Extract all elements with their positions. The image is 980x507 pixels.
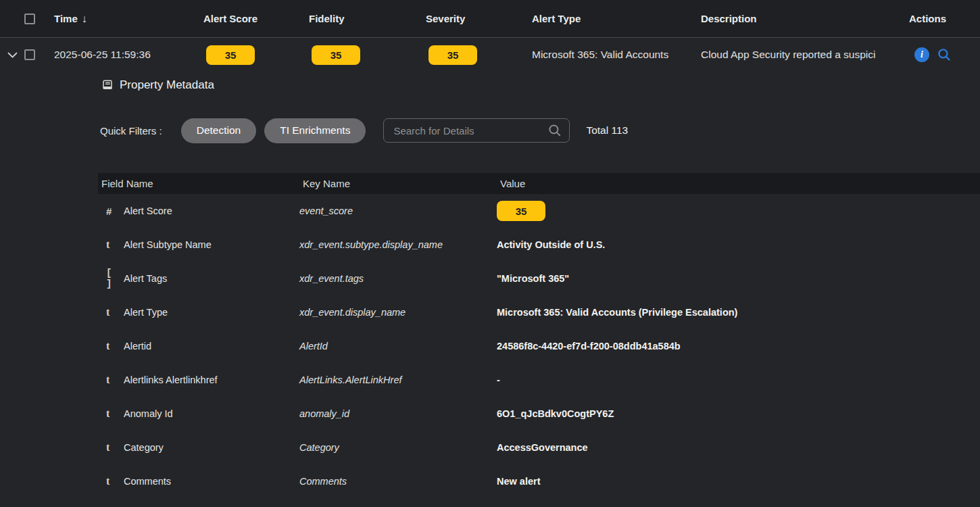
key-name: Category <box>299 442 497 453</box>
field-name: Alert Subtype Name <box>124 239 212 250</box>
field-value: AccessGovernance <box>497 442 980 453</box>
select-all-checkbox[interactable] <box>24 14 35 24</box>
header-value: Value <box>497 178 980 189</box>
row-actions: i <box>909 47 980 62</box>
table-row: [ ]Alert Tags xdr_event.tags "Microsoft … <box>98 262 980 295</box>
key-name: AlertLinks.AlertLinkHref <box>299 375 497 385</box>
detail-search <box>383 118 570 143</box>
field-name: Comments <box>124 476 171 487</box>
number-type-icon: # <box>106 206 124 217</box>
field-value: New alert <box>497 476 980 487</box>
header-key-name: Key Name <box>299 178 497 189</box>
quick-filters-label: Quick Filters : <box>100 125 162 137</box>
field-name: Alert Score <box>124 206 172 216</box>
text-type-icon: t <box>106 408 124 420</box>
text-type-icon: t <box>106 306 124 318</box>
field-value: Microsoft 365: Valid Accounts (Privilege… <box>497 307 980 318</box>
table-row: #Alert Score event_score 35 <box>98 194 980 228</box>
total-count: Total 113 <box>586 124 628 137</box>
row-checkbox[interactable] <box>24 49 35 60</box>
key-name: xdr_event.display_name <box>299 307 497 318</box>
field-name: Alertid <box>124 341 151 352</box>
key-name: AlertId <box>299 341 497 352</box>
sort-desc-icon[interactable]: ↓ <box>82 13 87 25</box>
field-name: Alertlinks Alertlinkhref <box>124 375 218 385</box>
value-badge: 35 <box>497 201 545 221</box>
column-header-actions: Actions <box>909 13 980 24</box>
alert-detail-panel: Property Metadata Quick Filters : Detect… <box>0 78 980 498</box>
column-header-alert-type[interactable]: Alert Type <box>532 13 701 24</box>
quick-filters-bar: Quick Filters : Detection TI Enrichments… <box>100 118 980 143</box>
table-row: tAlert Subtype Name xdr_event.subtype.di… <box>98 228 980 262</box>
field-value: Activity Outside of U.S. <box>497 239 980 250</box>
field-name: Alert Type <box>124 307 168 318</box>
column-header-fidelity[interactable]: Fidelity <box>309 13 426 24</box>
book-icon <box>101 79 114 91</box>
table-row: tComments Comments New alert <box>98 464 980 498</box>
array-type-icon: [ ] <box>106 268 124 289</box>
text-type-icon: t <box>106 475 124 487</box>
field-value: 24586f8c-4420-ef7d-f200-08ddb41a584b <box>497 341 980 352</box>
field-name: Category <box>124 442 164 453</box>
field-name: Anomaly Id <box>124 408 173 419</box>
fidelity-badge: 35 <box>312 45 360 65</box>
metadata-table: Field Name Key Name Value #Alert Score e… <box>98 173 980 498</box>
text-type-icon: t <box>106 239 124 251</box>
table-row: tAlertid AlertId 24586f8c-4420-ef7d-f200… <box>98 329 980 363</box>
table-row: tAlertlinks Alertlinkhref AlertLinks.Ale… <box>98 363 980 397</box>
text-type-icon: t <box>106 374 124 386</box>
alert-score-cell: 35 <box>203 45 309 65</box>
alert-time: 2025-06-25 11:59:36 <box>54 49 203 61</box>
metadata-table-header: Field Name Key Name Value <box>98 173 980 194</box>
key-name: xdr_event.subtype.display_name <box>299 239 497 250</box>
alert-score-badge: 35 <box>206 45 255 65</box>
collapse-row-control[interactable] <box>0 52 24 58</box>
field-value: - <box>497 375 980 385</box>
detail-title: Property Metadata <box>120 78 214 92</box>
fidelity-cell: 35 <box>309 45 426 65</box>
severity-cell: 35 <box>426 45 532 65</box>
info-icon[interactable]: i <box>914 47 929 62</box>
key-name: Comments <box>299 476 497 487</box>
detail-search-input[interactable] <box>383 118 570 143</box>
text-type-icon: t <box>106 340 124 352</box>
alert-row: 2025-06-25 11:59:36 35 35 35 Microsoft 3… <box>0 38 980 72</box>
key-name: anomaly_id <box>299 408 497 419</box>
table-row: tCategory Category AccessGovernance <box>98 431 980 464</box>
alert-table-header: Time ↓ Alert Score Fidelity Severity Ale… <box>0 0 980 38</box>
column-label: Time <box>54 13 78 24</box>
field-name: Alert Tags <box>124 273 167 284</box>
search-action-icon[interactable] <box>937 48 951 62</box>
alert-type: Microsoft 365: Valid Accounts <box>532 49 701 61</box>
severity-badge: 35 <box>428 45 477 65</box>
column-header-alert-score[interactable]: Alert Score <box>203 13 309 24</box>
field-value: "Microsoft 365" <box>497 273 980 284</box>
detail-heading: Property Metadata <box>101 78 980 92</box>
text-type-icon: t <box>106 441 124 454</box>
key-name: event_score <box>299 206 497 216</box>
chevron-down-icon <box>7 52 18 58</box>
header-checkbox-cell <box>24 14 54 24</box>
column-header-time[interactable]: Time ↓ <box>54 13 203 25</box>
column-header-description[interactable]: Description <box>701 13 909 24</box>
filter-detection-button[interactable]: Detection <box>181 118 256 143</box>
row-checkbox-cell <box>24 49 54 60</box>
column-header-severity[interactable]: Severity <box>426 13 532 24</box>
key-name: xdr_event.tags <box>299 273 497 284</box>
table-row: tAlert Type xdr_event.display_name Micro… <box>98 295 980 329</box>
header-field-name: Field Name <box>98 178 299 189</box>
filter-ti-enrichments-button[interactable]: TI Enrichments <box>264 118 366 143</box>
table-row: tAnomaly Id anomaly_id 6O1_qJcBdkv0CogtP… <box>98 397 980 431</box>
search-icon[interactable] <box>548 124 562 140</box>
field-value: 6O1_qJcBdkv0CogtPY6Z <box>497 408 980 419</box>
alert-description: Cloud App Security reported a suspici <box>701 49 909 61</box>
